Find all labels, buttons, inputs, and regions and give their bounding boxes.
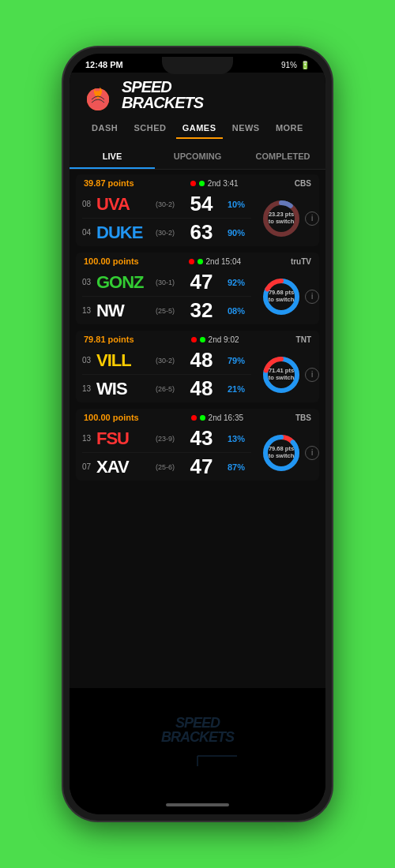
game-4-info-button[interactable]: i <box>305 446 319 460</box>
game-2-network: truTV <box>291 257 311 266</box>
game-3-header: 79.81 points 2nd 9:02 TNT <box>76 331 319 346</box>
game-4-teams: 13 FSU (23-9) 43 13% 07 XAV (25-6) 47 <box>76 425 258 481</box>
game-1-header: 39.87 points 2nd 3:41 CBS <box>76 174 319 190</box>
game-4-quarter: 2nd 16:35 <box>209 413 244 422</box>
game-3-abbr2: WIS <box>96 379 156 399</box>
game-2-donut: 79.68 pts to switch <box>261 276 302 317</box>
game-4-team1-row: 13 FSU (23-9) 43 13% <box>76 425 258 452</box>
game-3-seed2: 13 <box>82 384 96 393</box>
game-1-seed2: 04 <box>82 228 96 237</box>
logo-icon <box>81 77 115 112</box>
nav-sched[interactable]: SCHED <box>127 118 172 139</box>
game-4-score2: 47 <box>186 455 217 479</box>
home-bar <box>166 803 229 806</box>
game-2-points: 100.00 points <box>84 256 139 266</box>
live-dot-red-2 <box>189 259 194 264</box>
game-2-score1: 47 <box>186 270 217 294</box>
game-1-record1: (30-2) <box>156 200 186 208</box>
game-3-abbr1: VILL <box>96 350 156 371</box>
tab-upcoming[interactable]: UPCOMING <box>155 145 240 169</box>
game-2-header: 100.00 points 2nd 15:04 truTV <box>76 253 319 268</box>
game-1-switch: 23.23 pts to switch <box>261 198 302 239</box>
game-4-record2: (25-6) <box>156 463 186 471</box>
status-time: 12:48 PM <box>85 60 123 69</box>
nav-games[interactable]: GAMES <box>176 118 223 139</box>
game-4-pct2: 87% <box>217 462 245 472</box>
logo-text: SPEED BRACKETS <box>122 79 203 110</box>
battery-level: 91% <box>281 61 297 69</box>
game-2-seed1: 03 <box>82 278 96 286</box>
live-dot-green <box>199 181 205 186</box>
game-card-3: 79.81 points 2nd 9:02 TNT 03 VILL (30-2) <box>76 331 319 402</box>
game-1-score1: 54 <box>186 192 217 216</box>
game-4-pct1: 13% <box>217 434 245 443</box>
app-header: SPEED BRACKETS DASH SCHED GAMES NEWS MOR… <box>70 73 325 145</box>
footer-logo: SPEED BRACKETS <box>150 716 245 771</box>
game-1-team1-row: 08 UVA (30-2) 54 10% <box>76 190 258 218</box>
game-card-4: 100.00 points 2nd 16:35 TBS 13 FSU (23-9… <box>76 409 319 481</box>
game-3-pct1: 79% <box>217 356 245 365</box>
game-3-pct2: 21% <box>217 384 245 394</box>
game-1-donut: 23.23 pts to switch <box>261 198 302 239</box>
game-1-pct1: 10% <box>217 200 245 209</box>
game-3-donut: 71.41 pts to switch <box>261 354 302 395</box>
tab-completed[interactable]: COMPLETED <box>240 145 325 169</box>
game-1-pct2: 90% <box>217 228 245 238</box>
game-1-teams: 08 UVA (30-2) 54 10% 04 DUKE (30-2) 63 <box>76 190 258 246</box>
game-3-teams: 03 VILL (30-2) 48 79% 13 WIS (26-5) 48 <box>76 346 258 402</box>
game-1-row: 08 UVA (30-2) 54 10% 04 DUKE (30-2) 63 <box>76 190 319 246</box>
game-4-score1: 43 <box>186 426 217 451</box>
game-4-network: TBS <box>295 413 311 422</box>
footer-decoration <box>150 744 245 768</box>
game-2-info-button[interactable]: i <box>305 290 319 304</box>
game-4-seed1: 13 <box>82 434 96 443</box>
game-3-network: TNT <box>296 335 311 344</box>
game-2-team1-row: 03 GONZ (30-1) 47 92% <box>76 268 258 296</box>
game-4-switch: 79.68 pts to switch <box>261 432 302 473</box>
phone-frame: 12:48 PM 91% 🔋 SPEED BRACKETS <box>63 47 332 821</box>
game-3-points: 79.81 points <box>84 335 134 344</box>
logo-area: SPEED BRACKETS <box>81 77 314 112</box>
nav-more[interactable]: MORE <box>269 118 310 139</box>
game-3-record2: (26-5) <box>156 385 186 393</box>
game-2-pct2: 08% <box>217 306 245 316</box>
game-2-record1: (30-1) <box>156 279 186 286</box>
game-1-quarter: 2nd 3:41 <box>208 179 239 188</box>
game-1-score2: 63 <box>186 220 217 245</box>
tab-bar: LIVE UPCOMING COMPLETED <box>70 145 325 170</box>
game-4-switch-text: 79.68 pts to switch <box>269 445 295 461</box>
app-footer: SPEED BRACKETS <box>70 688 325 799</box>
game-1-status: 2nd 3:41 <box>190 179 239 188</box>
game-1-abbr1: UVA <box>96 194 156 215</box>
game-1-record2: (30-2) <box>156 229 186 237</box>
games-list: 39.87 points 2nd 3:41 CBS 08 UVA (30-2) <box>70 170 325 688</box>
game-3-team1-row: 03 VILL (30-2) 48 79% <box>76 346 258 374</box>
game-1-abbr2: DUKE <box>96 223 156 243</box>
game-2-score2: 32 <box>186 298 217 323</box>
game-2-switch: 79.68 pts to switch <box>261 276 302 317</box>
game-1-points: 39.87 points <box>84 178 134 188</box>
game-4-header: 100.00 points 2nd 16:35 TBS <box>76 409 319 425</box>
game-3-quarter: 2nd 9:02 <box>209 335 239 344</box>
game-2-abbr2: NW <box>96 301 156 321</box>
game-1-team2-row: 04 DUKE (30-2) 63 90% <box>76 219 258 246</box>
status-right: 91% 🔋 <box>281 61 310 69</box>
nav-bar: DASH SCHED GAMES NEWS MORE <box>81 118 314 139</box>
footer-logo-text: SPEED BRACKETS <box>150 716 245 744</box>
nav-dash[interactable]: DASH <box>85 118 124 139</box>
game-3-team2-row: 13 WIS (26-5) 48 21% <box>76 375 258 402</box>
game-1-info-button[interactable]: i <box>305 211 319 226</box>
game-1-network: CBS <box>295 179 311 188</box>
game-2-switch-text: 79.68 pts to switch <box>269 289 295 305</box>
game-3-info-button[interactable]: i <box>305 368 319 382</box>
live-dot-green-2 <box>198 259 203 264</box>
game-3-record1: (30-2) <box>156 357 186 365</box>
game-4-seed2: 07 <box>82 462 96 471</box>
game-2-status: 2nd 15:04 <box>189 257 242 266</box>
game-3-score1: 48 <box>186 348 217 372</box>
phone-screen: 12:48 PM 91% 🔋 SPEED BRACKETS <box>70 54 325 814</box>
game-3-score2: 48 <box>186 376 217 401</box>
nav-news[interactable]: NEWS <box>226 118 266 139</box>
tab-live[interactable]: LIVE <box>70 145 155 169</box>
live-dot-green-3 <box>200 337 205 342</box>
